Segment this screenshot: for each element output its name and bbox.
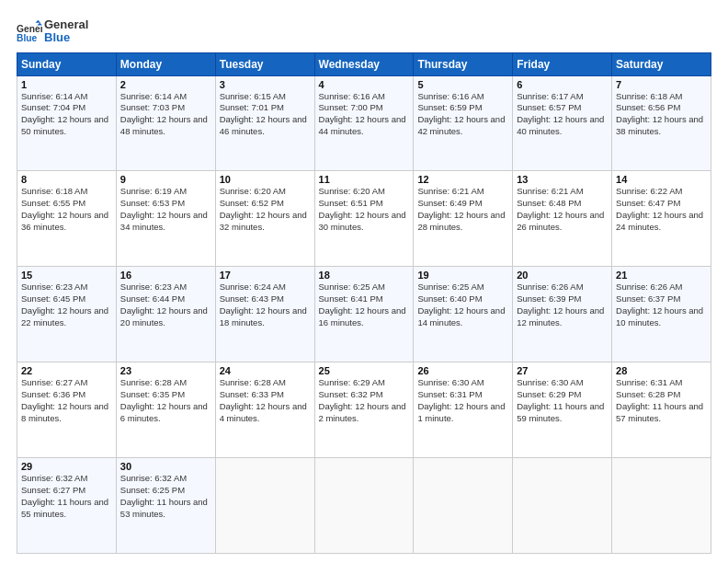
calendar-cell: 8Sunrise: 6:18 AMSunset: 6:55 PMDaylight… — [17, 171, 117, 267]
day-number: 20 — [517, 270, 608, 281]
logo-icon: General Blue — [17, 18, 42, 44]
calendar-cell: 19Sunrise: 6:25 AMSunset: 6:40 PMDayligh… — [414, 267, 513, 362]
day-info: Sunrise: 6:32 AMSunset: 6:25 PMDaylight:… — [120, 473, 211, 520]
calendar-cell: 7Sunrise: 6:18 AMSunset: 6:56 PMDaylight… — [612, 75, 711, 171]
logo: General Blue General Blue — [17, 18, 88, 45]
day-number: 30 — [120, 461, 211, 472]
day-number: 17 — [220, 270, 311, 281]
calendar-cell: 20Sunrise: 6:26 AMSunset: 6:39 PMDayligh… — [513, 267, 612, 362]
week-row-1: 1Sunrise: 6:14 AMSunset: 7:04 PMDaylight… — [17, 75, 711, 171]
calendar-cell: 14Sunrise: 6:22 AMSunset: 6:47 PMDayligh… — [612, 171, 711, 267]
logo-blue: Blue — [44, 31, 88, 44]
week-row-5: 29Sunrise: 6:32 AMSunset: 6:27 PMDayligh… — [17, 458, 711, 554]
header: General Blue General Blue — [17, 15, 711, 45]
weekday-header-sunday: Sunday — [17, 52, 117, 75]
day-number: 2 — [120, 79, 211, 90]
calendar-cell: 4Sunrise: 6:16 AMSunset: 7:00 PMDaylight… — [314, 75, 414, 171]
day-number: 12 — [417, 174, 508, 185]
day-info: Sunrise: 6:27 AMSunset: 6:36 PMDaylight:… — [21, 377, 112, 424]
day-info: Sunrise: 6:18 AMSunset: 6:56 PMDaylight:… — [616, 91, 707, 138]
day-info: Sunrise: 6:26 AMSunset: 6:39 PMDaylight:… — [517, 282, 608, 328]
weekday-header-row: SundayMondayTuesdayWednesdayThursdayFrid… — [17, 52, 711, 75]
calendar-cell: 17Sunrise: 6:24 AMSunset: 6:43 PMDayligh… — [215, 267, 314, 362]
day-number: 8 — [21, 174, 112, 185]
day-info: Sunrise: 6:23 AMSunset: 6:45 PMDaylight:… — [21, 282, 112, 328]
day-number: 28 — [616, 365, 707, 376]
calendar-cell: 3Sunrise: 6:15 AMSunset: 7:01 PMDaylight… — [215, 75, 314, 171]
day-number: 16 — [120, 270, 211, 281]
day-info: Sunrise: 6:28 AMSunset: 6:35 PMDaylight:… — [120, 377, 211, 424]
calendar-cell: 24Sunrise: 6:28 AMSunset: 6:33 PMDayligh… — [215, 362, 314, 458]
day-info: Sunrise: 6:18 AMSunset: 6:55 PMDaylight:… — [21, 186, 112, 233]
day-info: Sunrise: 6:25 AMSunset: 6:41 PMDaylight:… — [319, 282, 410, 328]
day-number: 11 — [319, 174, 410, 185]
day-info: Sunrise: 6:31 AMSunset: 6:28 PMDaylight:… — [616, 377, 707, 424]
day-number: 27 — [517, 365, 608, 376]
day-info: Sunrise: 6:28 AMSunset: 6:33 PMDaylight:… — [220, 377, 311, 424]
day-number: 14 — [616, 174, 707, 185]
calendar-cell: 29Sunrise: 6:32 AMSunset: 6:27 PMDayligh… — [17, 458, 117, 554]
weekday-header-thursday: Thursday — [414, 52, 513, 75]
weekday-header-wednesday: Wednesday — [314, 52, 414, 75]
day-info: Sunrise: 6:15 AMSunset: 7:01 PMDaylight:… — [220, 91, 311, 138]
weekday-header-friday: Friday — [513, 52, 612, 75]
day-info: Sunrise: 6:30 AMSunset: 6:31 PMDaylight:… — [417, 377, 508, 424]
day-info: Sunrise: 6:21 AMSunset: 6:48 PMDaylight:… — [517, 186, 608, 233]
calendar-body: 1Sunrise: 6:14 AMSunset: 7:04 PMDaylight… — [17, 75, 711, 553]
calendar-cell: 15Sunrise: 6:23 AMSunset: 6:45 PMDayligh… — [17, 267, 117, 362]
day-info: Sunrise: 6:22 AMSunset: 6:47 PMDaylight:… — [616, 186, 707, 233]
day-number: 7 — [616, 79, 707, 90]
day-info: Sunrise: 6:29 AMSunset: 6:32 PMDaylight:… — [319, 377, 410, 424]
day-info: Sunrise: 6:19 AMSunset: 6:53 PMDaylight:… — [120, 186, 211, 233]
day-number: 3 — [220, 79, 311, 90]
day-info: Sunrise: 6:16 AMSunset: 7:00 PMDaylight:… — [319, 91, 410, 138]
day-number: 13 — [517, 174, 608, 185]
day-info: Sunrise: 6:14 AMSunset: 7:03 PMDaylight:… — [120, 91, 211, 138]
weekday-header-tuesday: Tuesday — [215, 52, 314, 75]
day-number: 18 — [319, 270, 410, 281]
day-info: Sunrise: 6:20 AMSunset: 6:51 PMDaylight:… — [319, 186, 410, 233]
calendar-cell: 11Sunrise: 6:20 AMSunset: 6:51 PMDayligh… — [314, 171, 414, 267]
week-row-4: 22Sunrise: 6:27 AMSunset: 6:36 PMDayligh… — [17, 362, 711, 458]
calendar-cell: 16Sunrise: 6:23 AMSunset: 6:44 PMDayligh… — [116, 267, 215, 362]
week-row-3: 15Sunrise: 6:23 AMSunset: 6:45 PMDayligh… — [17, 267, 711, 362]
day-number: 23 — [120, 365, 211, 376]
calendar-cell: 9Sunrise: 6:19 AMSunset: 6:53 PMDaylight… — [116, 171, 215, 267]
weekday-header-saturday: Saturday — [612, 52, 711, 75]
day-number: 10 — [220, 174, 311, 185]
day-info: Sunrise: 6:23 AMSunset: 6:44 PMDaylight:… — [120, 282, 211, 328]
day-number: 6 — [517, 79, 608, 90]
day-number: 4 — [319, 79, 410, 90]
calendar-cell: 21Sunrise: 6:26 AMSunset: 6:37 PMDayligh… — [612, 267, 711, 362]
calendar-cell — [314, 458, 414, 554]
calendar-cell: 12Sunrise: 6:21 AMSunset: 6:49 PMDayligh… — [414, 171, 513, 267]
day-info: Sunrise: 6:17 AMSunset: 6:57 PMDaylight:… — [517, 91, 608, 138]
day-info: Sunrise: 6:14 AMSunset: 7:04 PMDaylight:… — [21, 91, 112, 138]
day-info: Sunrise: 6:21 AMSunset: 6:49 PMDaylight:… — [417, 186, 508, 233]
calendar-cell: 22Sunrise: 6:27 AMSunset: 6:36 PMDayligh… — [17, 362, 117, 458]
calendar-cell: 18Sunrise: 6:25 AMSunset: 6:41 PMDayligh… — [314, 267, 414, 362]
day-number: 26 — [417, 365, 508, 376]
calendar-cell: 2Sunrise: 6:14 AMSunset: 7:03 PMDaylight… — [116, 75, 215, 171]
day-info: Sunrise: 6:30 AMSunset: 6:29 PMDaylight:… — [517, 377, 608, 424]
calendar-cell: 23Sunrise: 6:28 AMSunset: 6:35 PMDayligh… — [116, 362, 215, 458]
calendar-cell: 6Sunrise: 6:17 AMSunset: 6:57 PMDaylight… — [513, 75, 612, 171]
calendar-cell: 13Sunrise: 6:21 AMSunset: 6:48 PMDayligh… — [513, 171, 612, 267]
svg-marker-2 — [36, 20, 41, 23]
calendar-table: SundayMondayTuesdayWednesdayThursdayFrid… — [17, 52, 711, 554]
calendar-cell: 27Sunrise: 6:30 AMSunset: 6:29 PMDayligh… — [513, 362, 612, 458]
day-number: 19 — [417, 270, 508, 281]
day-info: Sunrise: 6:20 AMSunset: 6:52 PMDaylight:… — [220, 186, 311, 233]
calendar-cell: 10Sunrise: 6:20 AMSunset: 6:52 PMDayligh… — [215, 171, 314, 267]
day-number: 21 — [616, 270, 707, 281]
logo-general: General — [44, 18, 88, 31]
weekday-header-monday: Monday — [116, 52, 215, 75]
day-info: Sunrise: 6:26 AMSunset: 6:37 PMDaylight:… — [616, 282, 707, 328]
calendar-cell: 5Sunrise: 6:16 AMSunset: 6:59 PMDaylight… — [414, 75, 513, 171]
day-info: Sunrise: 6:32 AMSunset: 6:27 PMDaylight:… — [21, 473, 112, 520]
calendar-cell: 26Sunrise: 6:30 AMSunset: 6:31 PMDayligh… — [414, 362, 513, 458]
day-number: 9 — [120, 174, 211, 185]
calendar-cell — [612, 458, 711, 554]
calendar-cell — [513, 458, 612, 554]
day-info: Sunrise: 6:25 AMSunset: 6:40 PMDaylight:… — [417, 282, 508, 328]
